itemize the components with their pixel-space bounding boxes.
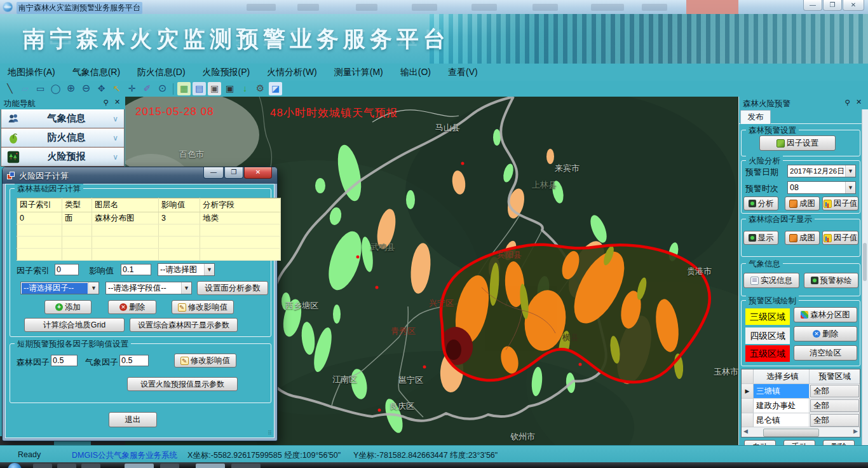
zoom-select-icon[interactable]: ⊙ xyxy=(156,82,169,95)
menu-output[interactable]: 输出(O) xyxy=(400,67,431,78)
window-minimize-button[interactable]: — xyxy=(803,0,822,11)
make-map-button[interactable]: 成图 xyxy=(785,231,820,245)
menu-view[interactable]: 查看(V) xyxy=(448,67,478,78)
factor-settings-button[interactable]: 因子设置 xyxy=(759,135,836,151)
delete-button[interactable]: ✕ 删除 xyxy=(108,300,156,314)
pin-icon[interactable]: ⚲ xyxy=(102,99,110,107)
table-row[interactable]: 建政办事处 全部 xyxy=(742,399,860,413)
modify-influence-button[interactable]: ✎ 修改影响值 xyxy=(172,300,234,314)
scrollbar-thumb[interactable] xyxy=(863,243,867,281)
close-icon[interactable]: ✕ xyxy=(113,98,121,106)
image-viewer-icon[interactable]: ◪ xyxy=(269,82,282,95)
warning-plot-button[interactable]: 预警标绘 xyxy=(804,273,858,288)
taskbar-item[interactable] xyxy=(231,464,261,468)
dialog-minimize-button[interactable]: — xyxy=(203,167,224,179)
vertical-scrollbar[interactable] xyxy=(862,109,868,445)
make-map-button[interactable]: 成图 xyxy=(785,196,820,210)
ellipse-tool-icon[interactable]: ◯ xyxy=(49,82,62,95)
level4-area-swatch[interactable]: 四级区域 xyxy=(745,327,790,344)
clear-drawing-button[interactable]: 清空绘区 xyxy=(794,345,857,361)
identify-icon[interactable]: ✐ xyxy=(140,82,154,95)
print-icon[interactable]: ▣ xyxy=(208,82,221,95)
display-button[interactable]: 显示 xyxy=(743,231,778,245)
forest-zone-map-button[interactable]: 森林分区图 xyxy=(794,307,857,322)
delete-area-button[interactable]: ✕ 删除 xyxy=(794,326,857,341)
scroll-left-icon[interactable]: ◀ xyxy=(743,428,748,434)
taskbar-item[interactable] xyxy=(81,464,100,468)
table-row[interactable]: ▶ 三塘镇 全部 xyxy=(742,384,860,399)
modify-influence-button[interactable]: ✎ 修改影响值 xyxy=(174,354,236,368)
calc-grid-button[interactable]: 计算综合地质Grid xyxy=(24,318,125,332)
select-arrow-icon[interactable]: ↖ xyxy=(110,82,123,95)
dialog-close-button[interactable]: ✕ xyxy=(244,167,272,179)
exit-button[interactable]: 退出 xyxy=(109,412,157,427)
warning-date-combo[interactable]: 2017年12月26日 ▼ xyxy=(787,165,856,177)
horizontal-scrollbar[interactable]: ◀ ▶ xyxy=(742,427,860,437)
menu-map-operations[interactable]: 地图操作(A) xyxy=(8,67,55,78)
menu-measure-calc[interactable]: 测量计算(M) xyxy=(334,67,383,78)
taskbar-item[interactable] xyxy=(57,464,76,468)
zoom-in-icon[interactable]: ⊕ xyxy=(64,82,78,95)
scroll-right-icon[interactable]: ▶ xyxy=(853,428,858,434)
export-image-icon[interactable]: ▦ xyxy=(177,82,191,95)
area-all-button[interactable]: 全部 xyxy=(810,385,859,397)
menu-fire-prevention[interactable]: 防火信息(D) xyxy=(137,67,185,78)
manual-button[interactable]: 手动 xyxy=(783,440,815,445)
tab-publish[interactable]: 发布 xyxy=(740,110,771,124)
set-forecast-display-button[interactable]: 设置火险预报值显示参数 xyxy=(127,377,238,391)
window-close-button[interactable]: ✕ xyxy=(843,0,864,11)
area-all-button[interactable]: 全部 xyxy=(810,414,859,427)
sidebar-item-fire-risk-forecast[interactable]: 火险预报 ∨ xyxy=(1,148,125,167)
windows-taskbar[interactable] xyxy=(0,462,868,468)
warning-time-combo[interactable]: 08 ▼ xyxy=(787,181,856,194)
start-button[interactable] xyxy=(8,463,22,468)
taskbar-item[interactable] xyxy=(196,464,225,468)
auto-button[interactable]: 自动 xyxy=(744,440,776,445)
table-row[interactable]: 0面 森林分布图3 地类 xyxy=(17,212,281,224)
menu-fire-risk-forecast[interactable]: 火险预报(P) xyxy=(203,67,250,78)
resize-grip[interactable]: ⠿ xyxy=(268,430,272,436)
set-composite-display-button[interactable]: 设置综合森林因子显示参数 xyxy=(130,318,238,332)
dialog-maximize-button[interactable]: ❐ xyxy=(224,167,243,179)
factor-combo[interactable]: --请选择因子-- ▼ xyxy=(20,282,99,294)
taskbar-item[interactable] xyxy=(125,464,154,468)
set-area-params-button[interactable]: 设置面分析参数 xyxy=(197,281,268,295)
pan-hand-icon[interactable]: ✥ xyxy=(95,82,108,95)
factor-value-button[interactable]: 因子值 xyxy=(822,231,858,245)
scrollbar-thumb[interactable] xyxy=(763,429,819,437)
taskbar-item[interactable] xyxy=(160,464,179,468)
zoom-out-icon[interactable]: ⊖ xyxy=(79,82,93,95)
factor-value-button[interactable]: 因子值 xyxy=(822,196,858,210)
sidebar-item-weather-info[interactable]: 气象信息 ∨ xyxy=(1,109,125,128)
download-icon[interactable]: ↓ xyxy=(238,82,252,95)
close-icon[interactable]: ✕ xyxy=(855,98,863,106)
factor-index-input[interactable] xyxy=(55,264,79,275)
factor-table[interactable]: 因子索引 类型 图层名 影响值 分析字段 0面 森林分布图3 地类 xyxy=(17,198,281,261)
rectangle-tool-icon[interactable]: ▭ xyxy=(34,82,47,95)
window-restore-button[interactable]: ❐ xyxy=(823,0,842,11)
add-button[interactable]: + 添加 xyxy=(44,300,92,314)
area-all-button[interactable]: 全部 xyxy=(810,399,859,412)
sidebar-item-fire-prevention[interactable]: 防火信息 ∨ xyxy=(1,128,125,148)
line-tool-icon[interactable]: ╲ xyxy=(3,82,17,95)
level3-area-swatch[interactable]: 三级区域 xyxy=(745,308,790,325)
map-document-icon[interactable]: ▤ xyxy=(193,82,206,95)
weather-factor-input[interactable] xyxy=(119,355,149,366)
live-info-button[interactable]: 实况信息 xyxy=(743,273,799,288)
table-row[interactable]: 昆仑镇 全部 xyxy=(742,413,860,428)
influence-input[interactable] xyxy=(121,264,151,275)
field-value-combo[interactable]: --请选择字段值-- ▼ xyxy=(105,282,192,294)
pan-move-icon[interactable]: ✛ xyxy=(125,82,139,95)
level5-area-swatch[interactable]: 五级区域 xyxy=(745,345,790,362)
polygon-tool-icon[interactable]: ▱ xyxy=(18,82,32,95)
pin-icon[interactable]: ⚲ xyxy=(843,99,851,107)
settings-gear-icon[interactable]: ⚙ xyxy=(254,82,267,95)
delete-button[interactable]: 删除 xyxy=(823,440,855,445)
menu-fire-analysis[interactable]: 火情分析(W) xyxy=(267,67,317,78)
analyze-button[interactable]: 分析 xyxy=(743,196,778,210)
layer-combo[interactable]: --请选择图 ▼ xyxy=(158,263,215,276)
forest-factor-input[interactable] xyxy=(51,355,78,366)
taskbar-item[interactable] xyxy=(33,464,52,468)
print-export-icon[interactable]: ▣ xyxy=(223,82,236,95)
dialog-title-bar[interactable]: 火险因子计算 — ❐ ✕ xyxy=(3,167,277,184)
